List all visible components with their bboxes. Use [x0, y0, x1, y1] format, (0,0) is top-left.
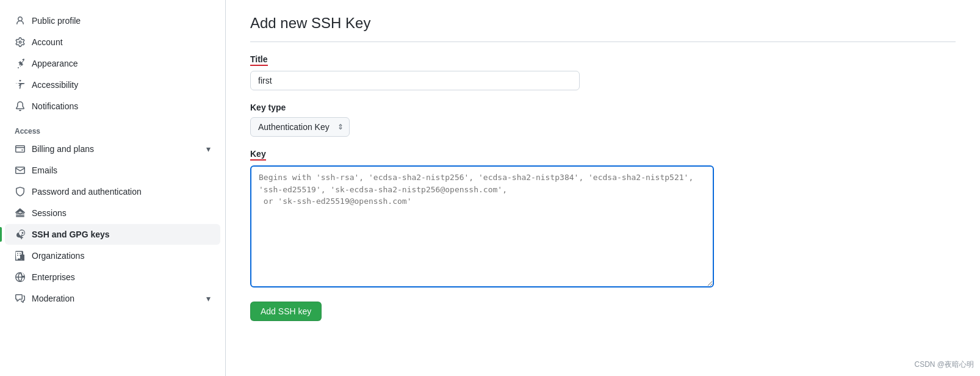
globe-icon [15, 272, 26, 283]
key-type-select-wrapper: Authentication Key Signing Key ⇕ [250, 117, 350, 137]
title-input[interactable] [250, 71, 580, 90]
sidebar-item-label: Sessions [32, 208, 67, 218]
sidebar-item-label: Appearance [32, 59, 78, 68]
sidebar: Public profile Account Appearance Access… [0, 0, 226, 376]
sidebar-item-moderation[interactable]: Moderation ▾ [5, 288, 220, 309]
credit-card-icon [15, 143, 26, 154]
sidebar-item-label: Organizations [32, 251, 84, 261]
sidebar-item-accessibility[interactable]: Accessibility [5, 74, 220, 95]
key-form-group: Key [250, 149, 714, 289]
sidebar-item-label: SSH and GPG keys [32, 230, 110, 239]
sidebar-item-notifications[interactable]: Notifications [5, 96, 220, 117]
sidebar-item-label: Enterprises [32, 272, 75, 282]
key-type-form-group: Key type Authentication Key Signing Key … [250, 103, 714, 137]
main-content: Add new SSH Key Title Key type Authentic… [226, 0, 980, 376]
comment-icon [15, 293, 26, 304]
title-label: Title [250, 54, 714, 66]
sidebar-item-emails[interactable]: Emails [5, 160, 220, 181]
sidebar-section-access: Access [0, 117, 225, 138]
sidebar-item-label: Accessibility [32, 80, 78, 90]
paintbrush-icon [15, 58, 26, 69]
mail-icon [15, 165, 26, 176]
sidebar-item-enterprises[interactable]: Enterprises [5, 267, 220, 287]
sidebar-item-ssh-gpg[interactable]: SSH and GPG keys [5, 224, 220, 245]
watermark: CSDN @夜暗心明 [914, 360, 974, 370]
key-type-label: Key type [250, 103, 714, 112]
sidebar-item-label: Public profile [32, 16, 81, 26]
sidebar-item-account[interactable]: Account [5, 32, 220, 52]
sidebar-item-public-profile[interactable]: Public profile [5, 10, 220, 31]
sidebar-item-label: Billing and plans [32, 144, 94, 154]
chevron-down-icon: ▾ [206, 294, 211, 303]
sidebar-item-label: Emails [32, 165, 57, 175]
wifi-icon [15, 208, 26, 219]
sidebar-item-label: Password and authentication [32, 187, 142, 197]
title-form-group: Title [250, 54, 714, 90]
sidebar-item-label: Account [32, 37, 63, 47]
sidebar-item-password[interactable]: Password and authentication [5, 181, 220, 202]
sidebar-item-organizations[interactable]: Organizations [5, 245, 220, 266]
bell-icon [15, 101, 26, 112]
sidebar-item-label: Notifications [32, 101, 78, 111]
sidebar-item-label: Moderation [32, 294, 74, 303]
add-ssh-key-button[interactable]: Add SSH key [250, 302, 322, 321]
shield-icon [15, 186, 26, 197]
gear-icon [15, 37, 26, 48]
accessibility-icon [15, 79, 26, 90]
page-title: Add new SSH Key [250, 15, 956, 42]
key-label-text: Key [250, 149, 266, 161]
key-type-select[interactable]: Authentication Key Signing Key [250, 117, 350, 137]
key-label: Key [250, 149, 714, 161]
org-icon [15, 250, 26, 261]
chevron-down-icon: ▾ [206, 144, 211, 154]
key-icon [15, 229, 26, 240]
title-label-text: Title [250, 54, 268, 66]
key-textarea[interactable] [250, 165, 714, 287]
sidebar-item-appearance[interactable]: Appearance [5, 53, 220, 74]
person-icon [15, 15, 26, 26]
sidebar-item-billing[interactable]: Billing and plans ▾ [5, 139, 220, 159]
sidebar-item-sessions[interactable]: Sessions [5, 203, 220, 223]
